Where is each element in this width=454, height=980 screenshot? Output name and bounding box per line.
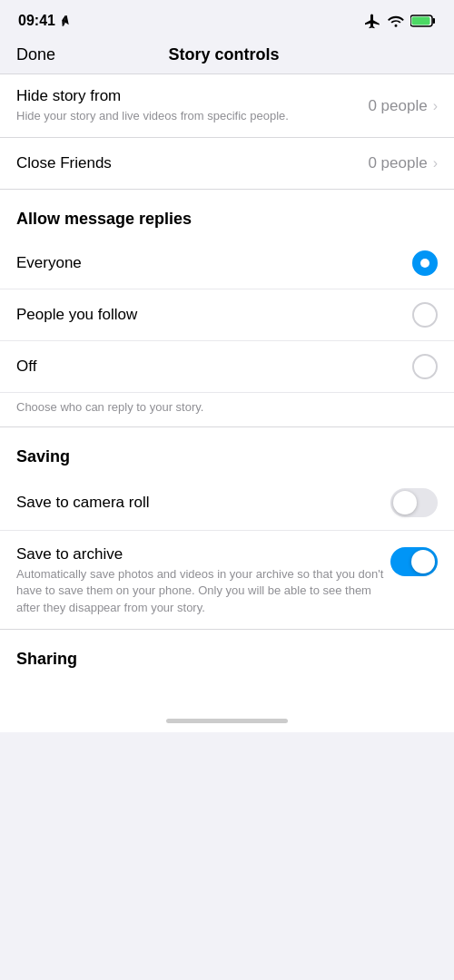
hide-story-left: Hide story from Hide your story and live… xyxy=(16,87,368,124)
svg-rect-3 xyxy=(433,18,436,24)
hide-story-section: Hide story from Hide your story and live… xyxy=(0,74,454,137)
everyone-label: Everyone xyxy=(16,254,412,272)
everyone-radio[interactable] xyxy=(412,250,438,276)
header: Done Story controls xyxy=(0,36,454,74)
status-time: 09:41 xyxy=(18,13,70,29)
close-friends-right: 0 people › xyxy=(368,154,438,172)
saving-title: Saving xyxy=(16,447,70,466)
page-title: Story controls xyxy=(169,45,280,64)
people-follow-label: People you follow xyxy=(16,306,412,324)
save-camera-roll-row[interactable]: Save to camera roll xyxy=(0,475,454,531)
replies-helper-text: Choose who can reply to your story. xyxy=(0,393,454,426)
sharing-header: Sharing xyxy=(0,630,454,678)
save-archive-label: Save to archive xyxy=(16,545,390,564)
wifi-icon xyxy=(388,15,404,27)
close-friends-left: Close Friends xyxy=(16,154,368,172)
off-radio[interactable] xyxy=(412,354,438,379)
off-row[interactable]: Off xyxy=(0,341,454,393)
chevron-right-icon-2: › xyxy=(433,155,438,172)
everyone-left: Everyone xyxy=(16,254,412,272)
battery-icon xyxy=(410,15,436,27)
save-camera-left: Save to camera roll xyxy=(16,494,390,512)
save-archive-toggle[interactable] xyxy=(390,547,438,576)
save-archive-knob xyxy=(411,550,435,573)
saving-section: Saving Save to camera roll Save to archi… xyxy=(0,427,454,629)
people-follow-row[interactable]: People you follow xyxy=(0,289,454,341)
hide-story-right: 0 people › xyxy=(368,97,438,115)
svg-rect-4 xyxy=(412,17,430,25)
done-button[interactable]: Done xyxy=(16,45,55,64)
hide-story-label: Hide story from xyxy=(16,87,368,105)
status-bar: 09:41 xyxy=(0,0,454,36)
bottom-bar xyxy=(0,678,454,732)
save-camera-label: Save to camera roll xyxy=(16,494,390,512)
saving-header: Saving xyxy=(0,427,454,475)
svg-marker-1 xyxy=(59,15,70,26)
close-friends-row[interactable]: Close Friends 0 people › xyxy=(0,138,454,189)
allow-replies-section: Allow message replies Everyone People yo… xyxy=(0,190,454,426)
people-follow-radio[interactable] xyxy=(412,302,438,328)
status-icons xyxy=(365,13,436,29)
save-camera-toggle[interactable] xyxy=(390,488,438,517)
hide-story-value: 0 people xyxy=(368,97,427,115)
allow-replies-header: Allow message replies xyxy=(0,190,454,238)
save-archive-sublabel: Automatically save photos and videos in … xyxy=(16,566,390,616)
hide-story-row[interactable]: Hide story from Hide your story and live… xyxy=(0,74,454,137)
allow-replies-title: Allow message replies xyxy=(16,210,192,228)
sharing-title: Sharing xyxy=(16,650,77,668)
home-indicator xyxy=(166,719,288,723)
airplane-icon xyxy=(365,13,381,29)
close-friends-section: Close Friends 0 people › xyxy=(0,138,454,189)
save-archive-left: Save to archive Automatically save photo… xyxy=(16,545,390,616)
off-left: Off xyxy=(16,358,412,376)
chevron-right-icon: › xyxy=(433,98,438,114)
sharing-section: Sharing xyxy=(0,630,454,678)
location-arrow-icon xyxy=(59,15,70,26)
close-friends-label: Close Friends xyxy=(16,154,368,172)
off-label: Off xyxy=(16,358,412,376)
time-display: 09:41 xyxy=(18,13,55,29)
hide-story-sublabel: Hide your story and live videos from spe… xyxy=(16,108,368,124)
save-archive-row[interactable]: Save to archive Automatically save photo… xyxy=(0,531,454,629)
everyone-row[interactable]: Everyone xyxy=(0,238,454,289)
close-friends-value: 0 people xyxy=(368,154,427,172)
people-follow-left: People you follow xyxy=(16,306,412,324)
save-camera-knob xyxy=(393,491,417,514)
